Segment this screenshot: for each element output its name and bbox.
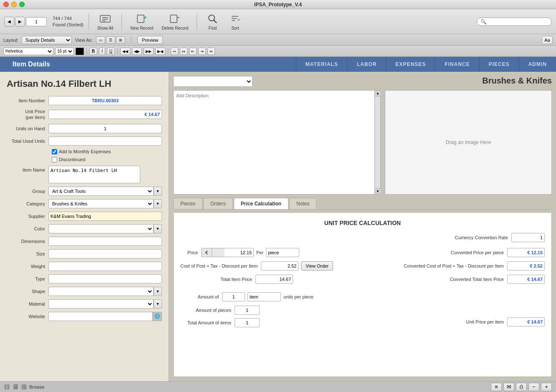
show-all-button[interactable]: Show All <box>94 11 116 32</box>
group-dropdown-button[interactable]: ▼ <box>154 187 162 196</box>
layout-select[interactable]: Supply Details <box>22 36 72 44</box>
amount-of-input[interactable] <box>222 292 245 301</box>
right-panel: Brushes & Knifes ▲ ▼ Drag an Image Here … <box>169 72 556 381</box>
italic-button[interactable]: I <box>99 48 105 55</box>
currency-conversion-input[interactable] <box>511 233 545 242</box>
cost-input[interactable] <box>261 261 298 271</box>
shape-select[interactable] <box>48 287 154 296</box>
category-dropdown-button[interactable]: ▼ <box>154 199 162 208</box>
tab-admin[interactable]: ADMIN <box>519 57 556 72</box>
status-mail-button[interactable]: ✉ <box>503 383 514 391</box>
tab-labor[interactable]: LABOR <box>347 57 386 72</box>
shape-dropdown-button[interactable]: ▼ <box>154 287 162 296</box>
item-name-label: Item Name <box>7 166 48 172</box>
type-input[interactable] <box>48 274 162 283</box>
underline-button[interactable]: U <box>107 48 115 55</box>
tab-notes[interactable]: Notes <box>289 198 316 209</box>
tab-pieces[interactable]: Pieces <box>173 198 202 209</box>
total-item-price-input[interactable] <box>255 275 293 284</box>
minimize-button[interactable] <box>11 2 17 7</box>
align-right-button[interactable]: ▶▶ <box>144 48 154 55</box>
new-record-button[interactable]: New Record <box>127 11 157 32</box>
material-dropdown-button[interactable]: ▼ <box>154 299 162 309</box>
unit-price-input[interactable] <box>48 110 162 119</box>
price-currency-select[interactable] <box>212 248 225 257</box>
globe-button[interactable]: 🌐 <box>153 312 162 321</box>
status-plus-button[interactable]: + <box>541 383 552 391</box>
amount-of-pieces-input[interactable] <box>235 306 260 315</box>
view-form-button[interactable]: ▭ <box>96 36 105 44</box>
discontinued-checkbox[interactable] <box>52 157 57 162</box>
extra-button[interactable]: ⇔ <box>207 48 215 55</box>
sort-button[interactable]: Sort <box>225 11 245 32</box>
total-amount-input[interactable] <box>235 318 260 327</box>
tab-orders[interactable]: Orders <box>203 198 233 209</box>
indent-center-button[interactable]: ⇤ <box>189 48 197 55</box>
toolbar-separator-3 <box>197 13 197 30</box>
maximize-button[interactable] <box>19 2 25 7</box>
tab-finance[interactable]: FINANCE <box>435 57 479 72</box>
font-size-select[interactable]: 16 pt <box>55 48 74 55</box>
font-color-box[interactable] <box>76 48 84 55</box>
item-name-input[interactable]: Artisan No.14 Filbert LH <box>48 166 140 183</box>
unit-price-per-item-input[interactable] <box>507 317 545 326</box>
indent-left-button[interactable]: ↤ <box>171 48 178 55</box>
search-box[interactable]: 🔍 <box>477 18 552 26</box>
view-grid-button[interactable]: ⊞ <box>116 36 125 44</box>
group-select[interactable]: Art & Craft Tools <box>48 187 154 196</box>
nav-back-button[interactable]: ◀ <box>4 17 14 27</box>
search-input[interactable] <box>488 19 547 24</box>
image-drop-area[interactable]: Drag an Image Here <box>385 90 552 195</box>
description-textarea[interactable] <box>174 91 380 194</box>
align-center-button[interactable]: ◀▶ <box>132 48 142 55</box>
tab-price-calculation[interactable]: Price Calculation <box>234 198 288 209</box>
window-controls[interactable] <box>3 2 25 7</box>
color-select[interactable] <box>48 224 154 233</box>
units-on-hand-input[interactable] <box>48 124 162 133</box>
converted-price-input[interactable] <box>507 248 545 257</box>
per-unit-input[interactable] <box>266 248 299 257</box>
add-expenses-checkbox[interactable] <box>52 149 57 154</box>
total-item-price-row: Total Item Price <box>180 275 356 284</box>
converted-cost-input[interactable] <box>507 261 545 271</box>
font-select[interactable]: Helvetica <box>3 48 53 55</box>
record-number-input[interactable] <box>26 17 47 26</box>
material-label: Material <box>7 301 48 306</box>
category-select[interactable]: Brushes & Knifes <box>48 199 154 208</box>
status-minus-button[interactable]: − <box>528 383 539 391</box>
align-justify-button[interactable]: ▶◀ <box>155 48 165 55</box>
weight-input[interactable] <box>48 262 162 271</box>
view-order-button[interactable]: View Order <box>301 261 333 271</box>
website-input[interactable] <box>48 312 153 321</box>
nav-forward-button[interactable]: ▶ <box>15 17 25 27</box>
find-button[interactable]: Find <box>202 11 223 32</box>
total-used-units-row: Total Used Units <box>7 137 162 146</box>
material-select[interactable] <box>48 299 154 309</box>
amount-item-input[interactable] <box>248 292 281 301</box>
size-input[interactable] <box>48 249 162 258</box>
preview-button[interactable]: Preview <box>137 36 163 44</box>
total-used-units-input[interactable] <box>48 137 162 146</box>
view-list-button[interactable]: ☰ <box>106 36 115 44</box>
price-value-input[interactable] <box>225 248 254 257</box>
close-button[interactable] <box>3 2 9 7</box>
aa-button[interactable]: Aa <box>542 36 553 44</box>
converted-total-input[interactable] <box>507 275 545 284</box>
indent-right-button[interactable]: ↦ <box>180 48 187 55</box>
scroll-up-button[interactable]: ▲ <box>375 91 381 96</box>
tab-pieces[interactable]: PIECES <box>479 57 519 72</box>
dimensions-input[interactable] <box>48 237 162 246</box>
item-type-select[interactable] <box>173 76 253 87</box>
bold-button[interactable]: B <box>89 48 97 55</box>
scroll-down-button[interactable]: ▼ <box>375 188 381 194</box>
item-number-input[interactable] <box>48 96 162 105</box>
status-list-button[interactable]: ≡ <box>491 383 502 391</box>
tab-materials[interactable]: MATERIALS <box>296 57 347 72</box>
tab-expenses[interactable]: EXPENSES <box>386 57 435 72</box>
align-left-button[interactable]: ◀◀ <box>120 48 130 55</box>
indent-justify-button[interactable]: ⇥ <box>198 48 206 55</box>
status-print-button[interactable]: ⎙ <box>516 383 527 391</box>
delete-record-button[interactable]: Delete Record <box>158 11 192 32</box>
supplier-input[interactable] <box>48 212 162 221</box>
color-dropdown-button[interactable]: ▼ <box>154 224 162 233</box>
